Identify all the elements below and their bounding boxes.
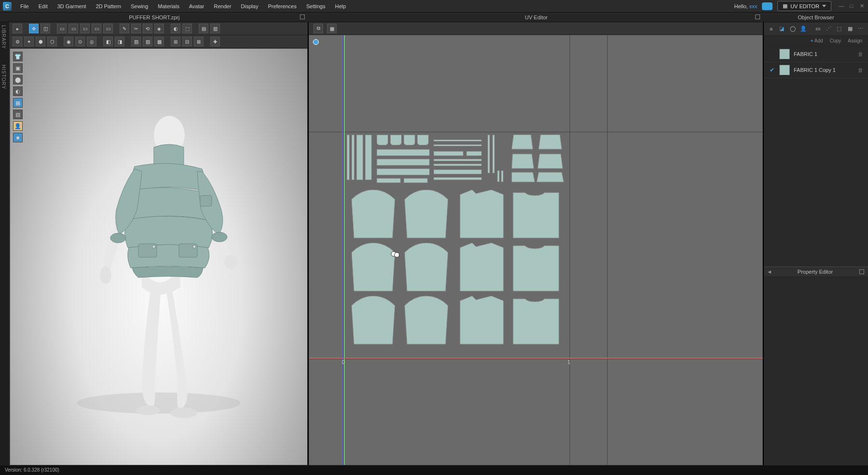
tool-icon[interactable]: ◎ bbox=[87, 37, 96, 46]
menu-3d-garment[interactable]: 3D Garment bbox=[53, 1, 91, 12]
menu-display[interactable]: Display bbox=[236, 1, 263, 12]
move-tool-icon[interactable]: ✥ bbox=[29, 24, 39, 33]
undock-icon[interactable] bbox=[755, 14, 760, 19]
uv-pattern-piece[interactable] bbox=[377, 168, 430, 175]
fabric-icon[interactable]: ◪ bbox=[778, 24, 785, 34]
tool-icon[interactable]: ✚ bbox=[210, 37, 220, 46]
chevron-left-icon[interactable]: ◀ bbox=[768, 269, 771, 274]
greeting-user[interactable]: xxx bbox=[749, 3, 758, 9]
add-button[interactable]: + Add bbox=[811, 38, 823, 43]
viewport-icon[interactable]: ⬤ bbox=[13, 75, 23, 84]
uv-pattern-piece[interactable] bbox=[434, 177, 482, 180]
cloud-sync-icon[interactable] bbox=[762, 2, 773, 10]
viewport-3d[interactable]: 👕 ▣ ⬤ ◐ ▦ ▧ 👤 ■ bbox=[10, 48, 308, 465]
tool-icon[interactable]: ▭ bbox=[92, 24, 101, 33]
close-icon[interactable]: ✕ bbox=[858, 3, 865, 9]
menu-settings[interactable]: Settings bbox=[301, 1, 330, 12]
uv-pattern-piece[interactable] bbox=[377, 135, 388, 145]
tool-icon[interactable]: ✦ bbox=[24, 37, 34, 46]
menu-avatar[interactable]: Avatar bbox=[184, 1, 209, 12]
uv-pattern-panels[interactable] bbox=[347, 190, 569, 359]
button-icon[interactable]: ◯ bbox=[789, 24, 796, 34]
list-icon[interactable]: ≡ bbox=[768, 24, 774, 34]
tool-icon[interactable]: ▧ bbox=[131, 37, 141, 46]
menu-edit[interactable]: Edit bbox=[34, 1, 53, 12]
assign-button[interactable]: Assign bbox=[848, 38, 862, 43]
uv-pattern-piece[interactable] bbox=[390, 135, 402, 145]
menu-help[interactable]: Help bbox=[330, 1, 351, 12]
minimize-icon[interactable]: — bbox=[838, 3, 845, 9]
viewport-icon[interactable]: 👕 bbox=[13, 52, 23, 61]
texture-icon[interactable]: ▦ bbox=[847, 24, 854, 34]
tool-icon[interactable]: ◉ bbox=[64, 37, 73, 46]
undock-icon[interactable] bbox=[300, 14, 305, 19]
file-tab[interactable]: PUFFER SHORT.zprj bbox=[0, 13, 309, 22]
tool-icon[interactable]: ◐ bbox=[171, 24, 180, 33]
snapshot-3d-icon[interactable]: ⧉ bbox=[313, 24, 323, 33]
select-tool-icon[interactable]: ▸ bbox=[13, 24, 22, 33]
uv-pattern-piece[interactable] bbox=[434, 140, 482, 141]
workspace-mode-selector[interactable]: ▦ UV EDITOR bbox=[777, 1, 831, 11]
menu-preferences[interactable]: Preferences bbox=[263, 1, 301, 12]
uv-pattern-piece[interactable] bbox=[466, 151, 482, 156]
uv-pattern-piece[interactable] bbox=[377, 149, 430, 156]
maximize-icon[interactable]: □ bbox=[848, 3, 855, 9]
menu-2d-pattern[interactable]: 2D Pattern bbox=[91, 1, 126, 12]
library-sidebar[interactable]: LIBRARY HISTORY bbox=[0, 22, 10, 465]
tool-icon[interactable]: ✎ bbox=[120, 24, 129, 33]
uv-pattern-piece[interactable] bbox=[356, 135, 363, 180]
uv-pattern-piece[interactable] bbox=[434, 159, 482, 161]
more-icon[interactable]: ⋯ bbox=[857, 24, 864, 34]
uv-pattern-piece[interactable] bbox=[377, 159, 430, 166]
tool-icon[interactable]: ⬡ bbox=[47, 37, 57, 46]
undock-icon[interactable] bbox=[859, 269, 864, 274]
fabric-row[interactable]: ✔ FABRIC 1 Copy 1 🗑 bbox=[764, 62, 868, 78]
tool-icon[interactable]: ◈ bbox=[154, 24, 164, 33]
uv-pattern-piece[interactable] bbox=[404, 178, 428, 183]
uv-editor-tab[interactable]: UV Editor bbox=[309, 13, 764, 22]
scene-icon[interactable]: ▭ bbox=[814, 24, 821, 34]
tool-icon[interactable]: ▭ bbox=[80, 24, 90, 33]
tool-icon[interactable]: ⊟ bbox=[182, 37, 192, 46]
uv-origin-marker[interactable] bbox=[313, 39, 319, 45]
uv-pattern-piece[interactable] bbox=[417, 135, 429, 145]
tool-icon[interactable]: ◧ bbox=[103, 37, 113, 46]
tool-icon[interactable]: ▤ bbox=[199, 24, 208, 33]
menu-materials[interactable]: Materials bbox=[153, 1, 184, 12]
copy-button[interactable]: Copy bbox=[830, 38, 841, 43]
uv-pattern-piece[interactable] bbox=[501, 170, 503, 182]
uv-pattern-piece[interactable] bbox=[377, 178, 401, 183]
menu-sewing[interactable]: Sewing bbox=[126, 1, 153, 12]
snapshot-uv-icon[interactable]: ▦ bbox=[327, 24, 337, 33]
uv-pattern-piece[interactable] bbox=[488, 135, 490, 173]
tool-icon[interactable]: ⚙ bbox=[13, 37, 22, 46]
delete-icon[interactable]: 🗑 bbox=[858, 51, 863, 57]
tool-icon[interactable]: ✂ bbox=[131, 24, 141, 33]
uv-pattern-piece[interactable] bbox=[434, 144, 482, 146]
fabric-swatch[interactable] bbox=[779, 65, 790, 75]
menu-render[interactable]: Render bbox=[209, 1, 236, 12]
property-editor-header[interactable]: ◀ Property Editor bbox=[764, 266, 868, 277]
viewport-icon[interactable]: ▦ bbox=[13, 98, 23, 108]
tool-icon[interactable]: ▥ bbox=[210, 24, 220, 33]
uv-pattern-piece[interactable] bbox=[347, 135, 350, 180]
tool-icon[interactable]: ▩ bbox=[154, 37, 164, 46]
tool-icon[interactable]: ▭ bbox=[57, 24, 67, 33]
object-browser-tab[interactable]: Object Browser bbox=[764, 13, 868, 22]
menu-file[interactable]: File bbox=[15, 1, 34, 12]
topstitch-icon[interactable]: ⋰ bbox=[825, 24, 832, 34]
checkmark-icon[interactable]: ✔ bbox=[769, 67, 775, 73]
tool-icon[interactable]: ◨ bbox=[115, 37, 124, 46]
uv-pattern-piece[interactable] bbox=[365, 135, 372, 180]
tool-icon[interactable]: ▭ bbox=[103, 24, 113, 33]
viewport-icon[interactable]: ■ bbox=[13, 133, 23, 142]
tool-icon[interactable]: ⬚ bbox=[182, 24, 192, 33]
viewport-icon[interactable]: ◐ bbox=[13, 86, 23, 96]
tool-icon[interactable]: ▨ bbox=[143, 37, 152, 46]
tool-icon[interactable]: ⊠ bbox=[194, 37, 203, 46]
tool-icon[interactable]: ⊙ bbox=[75, 37, 85, 46]
viewport-icon[interactable]: 👤 bbox=[13, 121, 23, 131]
viewport-icon[interactable]: ▣ bbox=[13, 63, 23, 73]
uv-pattern-piece[interactable] bbox=[434, 164, 482, 166]
fabric-row[interactable]: FABRIC 1 🗑 bbox=[764, 46, 868, 62]
